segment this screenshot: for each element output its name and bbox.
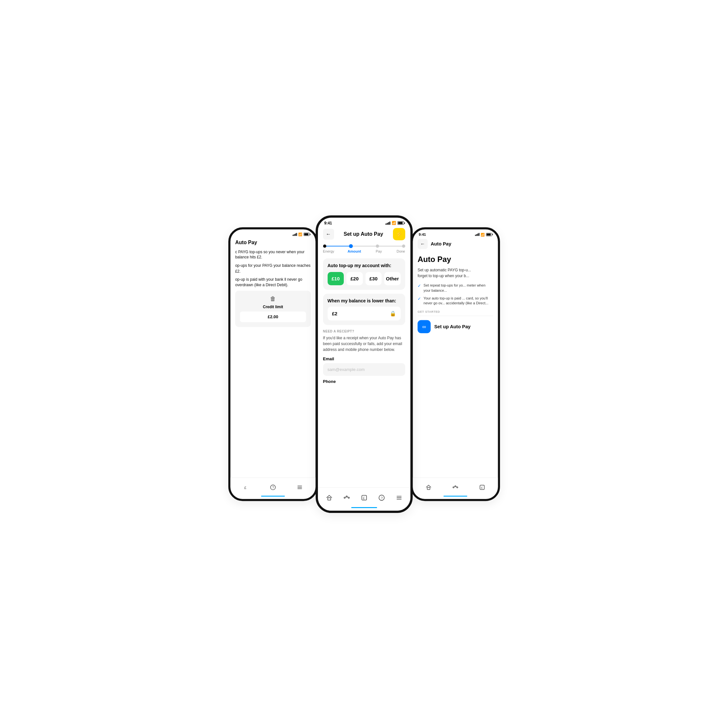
lock-icon: 🔒 xyxy=(390,310,396,317)
scene: 📶 Auto Pay c PAYG top-ups so you never w… xyxy=(193,193,535,535)
left-nav-help[interactable]: ? xyxy=(269,484,276,490)
trash-icon[interactable]: 🗑 xyxy=(240,295,306,302)
step-label-amount: Amount xyxy=(348,249,361,253)
get-started-divider xyxy=(418,316,493,316)
amount-section: Auto top-up my account with: £10 £20 £30… xyxy=(323,258,405,290)
center-wifi-icon: 📶 xyxy=(392,221,396,225)
center-status-time: 9:41 xyxy=(324,221,332,225)
step-line-1 xyxy=(326,246,349,246)
right-nav-chart[interactable] xyxy=(452,484,458,490)
right-page-title: Auto Pay xyxy=(418,255,493,264)
left-desc-2: op-ups for your PAYG your balance reache… xyxy=(235,263,311,274)
center-signal-icon xyxy=(385,222,390,225)
right-back-arrow: ← xyxy=(420,241,425,247)
step-dot-pay xyxy=(376,245,379,248)
receipt-section: NEED A RECEIPT? If you'd like a receipt … xyxy=(323,330,405,384)
step-label-energy: Energy xyxy=(323,249,334,253)
checkmark-item-1: ✓ Set repeat top-ups for yo... meter whe… xyxy=(418,283,493,293)
balance-field: £2 🔒 xyxy=(327,307,401,321)
center-phone: 9:41 📶 ← Set up Auto Pay ⚡ xyxy=(316,216,413,513)
left-status-bar: 📶 xyxy=(230,229,315,237)
signal-icon xyxy=(292,232,297,236)
get-started-label: GET STARTED xyxy=(418,310,493,313)
step-dot-amount xyxy=(349,244,353,248)
setup-auto-pay-button[interactable]: ∞ Set up Auto Pay xyxy=(418,319,493,334)
amount-section-title: Auto top-up my account with: xyxy=(327,263,401,268)
center-phone-content: ← Set up Auto Pay ⚡ xyxy=(318,227,410,388)
svg-point-7 xyxy=(344,497,345,499)
left-phone-content: Auto Pay c PAYG top-ups so you never whe… xyxy=(230,237,315,327)
right-description: Set up automatic PAYG top-u...forget to … xyxy=(418,267,493,279)
right-phone: 9:41 📶 ← Auto Pay Auto Pay Set xyxy=(411,227,500,501)
right-header-title: Auto Pay xyxy=(430,241,451,247)
credit-limit-label: Credit limit xyxy=(240,305,306,309)
svg-text:£: £ xyxy=(244,485,246,489)
amount-option-other[interactable]: Other xyxy=(384,272,401,285)
right-back-button[interactable]: ← xyxy=(418,239,428,249)
svg-text:£: £ xyxy=(363,496,365,500)
amount-option-20[interactable]: £20 xyxy=(346,272,363,285)
amount-option-10[interactable]: £10 xyxy=(327,272,344,285)
center-nav-pound[interactable]: £ xyxy=(361,494,368,501)
credit-card-section: 🗑 Credit limit £2.00 xyxy=(235,291,311,327)
infinity-icon: ∞ xyxy=(418,320,430,333)
center-battery-icon xyxy=(398,221,404,225)
left-nav-menu[interactable] xyxy=(296,484,303,490)
center-nav-chart[interactable] xyxy=(343,494,350,501)
svg-rect-19 xyxy=(427,487,430,489)
receipt-label: NEED A RECEIPT? xyxy=(323,330,405,333)
left-nav-pound[interactable]: £ xyxy=(243,484,249,490)
svg-point-8 xyxy=(346,496,347,497)
left-desc-1: c PAYG top-ups so you never when your ba… xyxy=(235,249,311,260)
center-status-bar: 9:41 📶 xyxy=(318,218,410,227)
svg-line-10 xyxy=(345,497,346,497)
battery-icon xyxy=(303,232,309,236)
right-phone-content: ← Auto Pay Auto Pay Set up automatic PAY… xyxy=(413,238,498,334)
amount-options: £10 £20 £30 Other xyxy=(327,272,401,285)
svg-point-21 xyxy=(455,485,456,486)
left-status-icons: 📶 xyxy=(292,232,309,236)
progress-container: Energy Amount Pay Done xyxy=(323,244,405,253)
lightning-icon: ⚡ xyxy=(396,231,403,238)
amount-option-30[interactable]: £30 xyxy=(366,272,382,285)
svg-line-23 xyxy=(454,486,455,487)
right-nav-pound[interactable]: £ xyxy=(479,484,485,490)
checkmark-icon-1: ✓ xyxy=(418,283,421,288)
center-header: ← Set up Auto Pay ⚡ xyxy=(323,227,405,244)
left-desc-3: op-up is paid with your bank ll never go… xyxy=(235,277,311,288)
center-page-title: Set up Auto Pay xyxy=(343,231,383,237)
balance-section: When my balance is lower than: £2 🔒 xyxy=(323,294,405,325)
center-nav-home[interactable] xyxy=(326,494,333,501)
right-battery-icon xyxy=(486,232,492,236)
email-input[interactable]: sam@example.com xyxy=(323,363,405,376)
svg-rect-6 xyxy=(327,498,330,500)
step-label-pay: Pay xyxy=(376,249,382,253)
right-status-icons: 📶 xyxy=(475,232,492,236)
setup-auto-pay-label: Set up Auto Pay xyxy=(434,324,470,329)
credit-limit-value: £2.00 xyxy=(240,312,306,322)
center-back-arrow: ← xyxy=(326,231,331,237)
right-status-time: 9:41 xyxy=(419,232,426,236)
center-status-icons: 📶 xyxy=(385,221,404,225)
phone-label: Phone xyxy=(323,379,405,384)
center-nav-help[interactable]: ? xyxy=(378,494,385,501)
right-wifi-icon: 📶 xyxy=(480,232,485,236)
balance-section-title: When my balance is lower than: xyxy=(327,298,401,303)
step-dot-energy xyxy=(323,245,326,248)
right-header: ← Auto Pay xyxy=(418,238,493,252)
checkmark-text-1: Set repeat top-ups for yo... meter when … xyxy=(423,283,493,293)
svg-text:?: ? xyxy=(381,496,382,500)
step-dot-done xyxy=(402,245,405,248)
receipt-desc: If you'd like a receipt when your Auto P… xyxy=(323,335,405,353)
left-description: c PAYG top-ups so you never when your ba… xyxy=(235,249,311,288)
center-back-button[interactable]: ← xyxy=(323,229,334,240)
left-phone: 📶 Auto Pay c PAYG top-ups so you never w… xyxy=(228,227,318,501)
step-label-done: Done xyxy=(396,249,405,253)
svg-text:£: £ xyxy=(481,486,483,489)
lightning-button[interactable]: ⚡ xyxy=(393,228,405,240)
svg-point-20 xyxy=(453,486,454,487)
checkmark-text-2: Your auto top-up is paid ... card, so yo… xyxy=(423,295,493,306)
svg-point-9 xyxy=(348,497,349,499)
center-nav-menu[interactable] xyxy=(396,494,403,501)
right-nav-home[interactable] xyxy=(425,484,432,490)
